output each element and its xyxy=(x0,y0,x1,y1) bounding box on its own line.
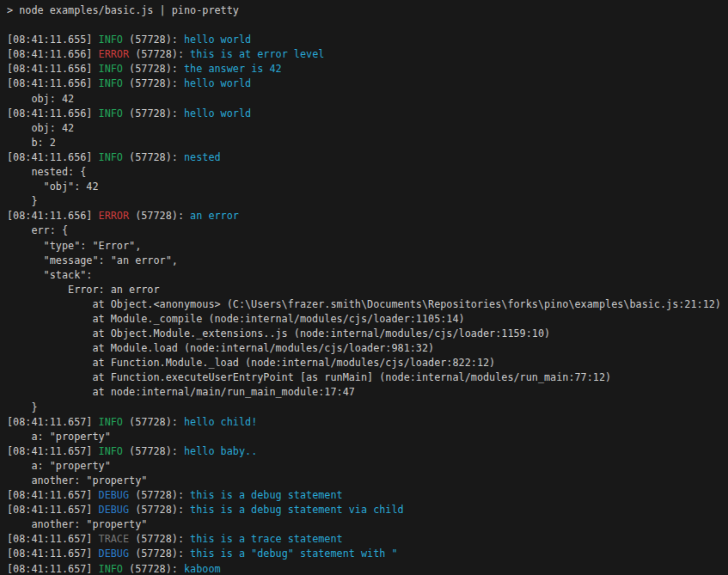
log-text: [08:41:11.656] xyxy=(7,77,99,89)
log-text: at node:internal/main/run_main_module:17… xyxy=(7,386,355,398)
log-text: (57728): xyxy=(123,416,184,428)
terminal-line xyxy=(7,18,728,33)
log-text: at Object.Module._extensions..js (node:i… xyxy=(7,327,550,339)
log-level-info: INFO xyxy=(99,151,123,163)
log-text: at Module.load (node:internal/modules/cj… xyxy=(7,342,434,354)
log-text: [08:41:11.657] xyxy=(7,504,99,516)
log-text: [08:41:11.657] xyxy=(7,416,99,428)
terminal-line: at Function.Module._load (node:internal/… xyxy=(7,356,728,370)
terminal-line: at Object.Module._extensions..js (node:i… xyxy=(7,327,728,341)
terminal-line: [08:41:11.656] INFO (57728): nested xyxy=(7,150,728,165)
terminal-line: another: "property" xyxy=(7,517,728,532)
terminal-line: [08:41:11.657] DEBUG (57728): this is a … xyxy=(7,547,728,561)
log-text: at Object.<anonymous> (C:\Users\frazer.s… xyxy=(7,298,721,310)
terminal-line: [08:41:11.656] INFO (57728): hello world xyxy=(7,107,728,121)
terminal-line: "obj": 42 xyxy=(7,180,728,194)
terminal-line: "message": "an error", xyxy=(7,254,728,268)
log-message: hello world xyxy=(184,107,251,119)
terminal-line: another: "property" xyxy=(7,474,728,488)
log-message: hello world xyxy=(184,34,251,46)
log-message: this is at error level xyxy=(190,48,324,60)
log-text: (57728): xyxy=(123,563,184,575)
terminal-line: nested: { xyxy=(7,165,728,180)
log-text: [08:41:11.657] xyxy=(7,533,99,545)
terminal-line: obj: 42 xyxy=(7,92,728,107)
log-level-debug: DEBUG xyxy=(99,489,130,501)
log-message: this is a debug statement xyxy=(190,489,343,501)
log-level-info: INFO xyxy=(99,107,123,119)
log-level-debug: DEBUG xyxy=(99,547,130,560)
terminal-line: [08:41:11.657] INFO (57728): hello baby.… xyxy=(7,444,728,459)
log-text: (57728): xyxy=(129,48,190,60)
log-text: "message": "an error", xyxy=(7,254,178,266)
log-text: "obj": 42 xyxy=(7,180,99,193)
log-text: [08:41:11.655] xyxy=(7,34,99,46)
log-text: [08:41:11.657] xyxy=(7,489,99,501)
terminal-line: at Module._compile (node:internal/module… xyxy=(7,312,728,327)
log-text: [08:41:11.656] xyxy=(7,63,99,75)
log-text: at Function.executeUserEntryPoint [as ru… xyxy=(7,371,611,383)
log-text: } xyxy=(7,195,38,207)
log-level-info: INFO xyxy=(99,63,123,75)
log-message: hello baby.. xyxy=(184,445,257,457)
terminal-line: "type": "Error", xyxy=(7,239,728,254)
log-message: an error xyxy=(190,210,239,222)
log-text: [08:41:11.656] xyxy=(7,48,99,60)
terminal-line: [08:41:11.657] INFO (57728): hello child… xyxy=(7,415,728,430)
log-text: (57728): xyxy=(123,107,184,119)
terminal-line: [08:41:11.656] INFO (57728): hello world xyxy=(7,76,728,91)
log-text: [08:41:11.656] xyxy=(7,151,99,163)
log-text: (57728): xyxy=(129,504,190,516)
log-text: obj: 42 xyxy=(7,122,74,134)
log-message: this is a "debug" statement with " xyxy=(190,547,397,560)
terminal-line: > node examples/basic.js | pino-pretty xyxy=(7,3,728,18)
terminal-line: [08:41:11.657] DEBUG (57728): this is a … xyxy=(7,503,728,517)
log-text: [08:41:11.657] xyxy=(7,563,99,575)
terminal-line: } xyxy=(7,401,728,415)
log-level-info: INFO xyxy=(99,77,123,89)
log-text: (57728): xyxy=(129,547,190,560)
log-text: at Module._compile (node:internal/module… xyxy=(7,313,465,325)
log-message: hello child! xyxy=(184,416,257,428)
terminal-output[interactable]: > node examples/basic.js | pino-pretty [… xyxy=(0,0,728,575)
terminal-line: a: "property" xyxy=(7,430,728,444)
log-text: a: "property" xyxy=(7,431,111,443)
log-text: [08:41:11.657] xyxy=(7,547,99,560)
log-level-info: INFO xyxy=(99,445,123,457)
log-text: (57728): xyxy=(129,489,190,501)
terminal-line: [08:41:11.657] TRACE (57728): this is a … xyxy=(7,532,728,547)
log-text: "stack": xyxy=(7,269,92,281)
log-text: nested: { xyxy=(7,166,86,178)
terminal-line: } xyxy=(7,194,728,209)
terminal-line: [08:41:11.657] INFO (57728): kaboom xyxy=(7,562,728,575)
terminal-line: b: 2 xyxy=(7,136,728,150)
terminal-line: at Function.executeUserEntryPoint [as ru… xyxy=(7,370,728,385)
log-message: this is a trace statement xyxy=(190,533,343,545)
log-message: kaboom xyxy=(184,563,221,575)
log-text: "type": "Error", xyxy=(7,240,141,252)
log-level-debug: DEBUG xyxy=(99,504,130,516)
log-text: } xyxy=(7,401,38,413)
log-text: b: 2 xyxy=(7,137,56,149)
log-level-trace: TRACE xyxy=(99,533,130,545)
log-text: [08:41:11.656] xyxy=(7,210,99,222)
log-text: a: "property" xyxy=(7,460,111,472)
log-level-error: ERROR xyxy=(99,210,130,222)
log-message: the answer is 42 xyxy=(184,63,282,75)
terminal-line: at Module.load (node:internal/modules/cj… xyxy=(7,341,728,356)
log-text: (57728): xyxy=(123,34,184,46)
log-level-info: INFO xyxy=(99,34,123,46)
log-text: (57728): xyxy=(129,533,190,545)
log-message: nested xyxy=(184,151,221,163)
log-message: this is a debug statement via child xyxy=(190,504,404,516)
terminal-line: [08:41:11.655] INFO (57728): hello world xyxy=(7,33,728,47)
log-text: Error: an error xyxy=(7,284,160,296)
log-text: (57728): xyxy=(123,77,184,89)
log-text: (57728): xyxy=(123,445,184,457)
terminal-line: a: "property" xyxy=(7,459,728,474)
log-text: another: "property" xyxy=(7,474,147,486)
terminal-line: Error: an error xyxy=(7,283,728,297)
log-level-info: INFO xyxy=(99,563,123,575)
log-text: (57728): xyxy=(123,63,184,75)
log-text: err: { xyxy=(7,224,68,236)
